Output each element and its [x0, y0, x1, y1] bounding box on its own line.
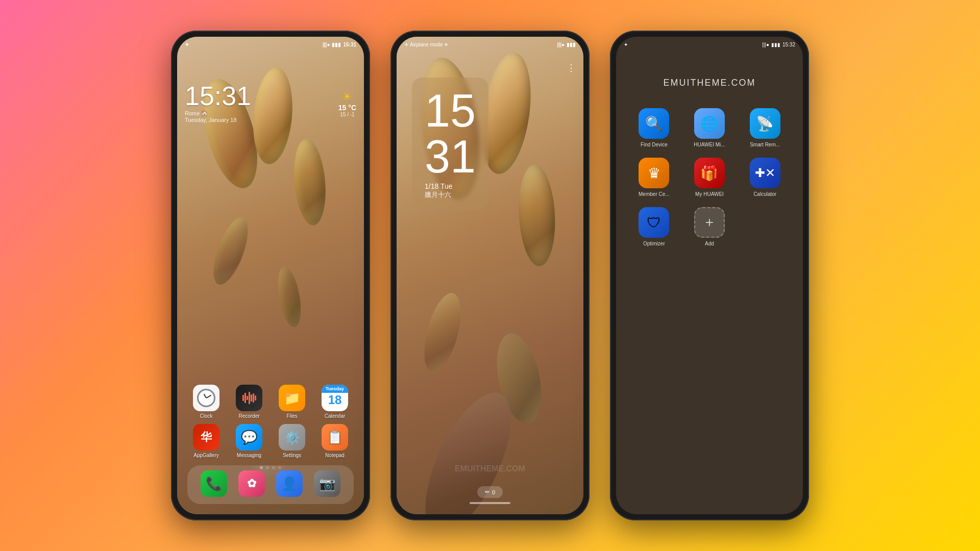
phone3-row-2: ♛ Member Ce... 🎁 My HUAWEI ✚✕ Calculator — [626, 158, 793, 197]
app-settings[interactable]: ⚙️ Settings — [274, 424, 310, 458]
app-notepad[interactable]: 📋 Notepad — [317, 424, 353, 458]
app-clock[interactable]: Clock — [188, 385, 224, 419]
calculator-label: Calculator — [753, 191, 776, 197]
phone2-clock-hour: 15 — [425, 88, 476, 134]
phone2-status-bar: ✈ Airplane mode ✈ |||● ▮▮▮ — [397, 37, 583, 52]
smart-remote-label: Smart Rem... — [750, 142, 780, 147]
airplane-icon: ✈ — [404, 42, 408, 47]
add-icon: + — [694, 207, 725, 238]
calendar-icon: Tuesday 18 — [322, 385, 348, 411]
appgallery-icon: 华 — [193, 424, 219, 450]
messaging-label: Messaging — [237, 453, 261, 458]
optimizer-icon: 🛡 — [639, 207, 669, 238]
app-huawei-mi[interactable]: 🌐 HUAWEI Mi... — [687, 108, 732, 147]
phone3-status-left: ✦ — [624, 42, 628, 47]
phone3-signal: |||● — [762, 42, 769, 47]
phone3-row-1: 🔍 Find Device 🌐 HUAWEI Mi... 📡 Smart Rem… — [626, 108, 793, 147]
calculator-icon: ✚✕ — [750, 158, 780, 188]
home-bar — [470, 502, 510, 504]
phone1-app-row-1: Clock Recorder — [185, 385, 356, 419]
phone1-status-left: ✦ — [185, 42, 189, 47]
phone1-clock-time: 15:31 — [185, 83, 251, 109]
messaging-icon: 💬 — [236, 424, 262, 450]
phone-1: ✦ |||● ▮▮▮ 15:31 15:31 Rome 🏠 Tuesday, J… — [171, 31, 370, 520]
huawei-mi-icon: 🌐 — [694, 108, 725, 139]
phone1-clock-location: Rome 🏠 — [185, 110, 251, 117]
phone1-signal-icon: |||● — [323, 42, 330, 47]
phone1-dock: 📞 ✿ 👤 📷 — [187, 465, 354, 504]
phone2-clock-minute: 31 — [425, 134, 476, 180]
sun-icon: ☀ — [338, 90, 356, 104]
settings-icon: ⚙️ — [279, 424, 305, 450]
phone3-time: 15:32 — [782, 42, 795, 47]
app-member-ce[interactable]: ♛ Member Ce... — [631, 158, 677, 197]
app-calculator[interactable]: ✚✕ Calculator — [742, 158, 788, 197]
shortcut-icon: ✏ — [485, 489, 489, 495]
app-appgallery[interactable]: 华 AppGallery — [188, 424, 224, 458]
recorder-label: Recorder — [238, 413, 259, 419]
files-icon: 📁 — [279, 385, 305, 411]
phone3-screen: ✦ |||● ▮▮▮ 15:32 EMUITHEME.COM 🔍 Find De… — [616, 37, 803, 514]
airplane-mode-indicator: ✈ Airplane mode ✈ — [404, 42, 448, 47]
notepad-icon: 📋 — [322, 424, 348, 450]
phone2-watermark: EMUITHEME.COM — [397, 464, 583, 473]
phone2-battery: ▮▮▮ — [567, 42, 576, 47]
settings-label: Settings — [283, 453, 301, 458]
phone3-brand-title: EMUITHEME.COM — [616, 78, 803, 88]
phone1-app-grid: Clock Recorder — [177, 385, 364, 463]
phone-2: ✈ Airplane mode ✈ |||● ▮▮▮ ⋮ 15 31 1/18 … — [390, 31, 590, 520]
app-add[interactable]: + Add — [687, 207, 732, 246]
phone2-signal: |||● — [557, 42, 565, 47]
phone1-app-row-2: 华 AppGallery 💬 Messaging ⚙️ Settings — [185, 424, 356, 458]
appgallery-label: AppGallery — [193, 453, 218, 458]
phone1-clock-widget[interactable]: 15:31 Rome 🏠 Tuesday, January 18 — [185, 83, 251, 123]
member-label: Member Ce... — [639, 191, 670, 197]
app-files[interactable]: 📁 Files — [274, 385, 310, 419]
phone2-big-clock: 15 31 1/18 Tue 臘月十六 — [412, 78, 488, 210]
app-calendar[interactable]: Tuesday 18 Calendar — [317, 385, 353, 419]
phone1-screen: ✦ |||● ▮▮▮ 15:31 15:31 Rome 🏠 Tuesday, J… — [177, 37, 364, 514]
dock-petal[interactable]: ✿ — [234, 470, 270, 499]
dock-contacts[interactable]: 👤 — [272, 470, 307, 499]
optimizer-label: Optimizer — [643, 241, 665, 246]
app-optimizer[interactable]: 🛡 Optimizer — [631, 207, 677, 246]
find-device-label: Find Device — [641, 142, 668, 147]
find-device-icon: 🔍 — [639, 108, 669, 139]
notepad-label: Notepad — [325, 453, 345, 458]
phone-icon: 📞 — [201, 470, 227, 497]
phone1-weather-range: 15 / -1 — [338, 112, 356, 117]
petal-icon: ✿ — [238, 470, 265, 497]
phone2-bottom: ✏ 0 — [397, 486, 583, 504]
airplane-text: Airplane mode ✈ — [410, 42, 448, 47]
phone3-app-folder: 🔍 Find Device 🌐 HUAWEI Mi... 📡 Smart Rem… — [626, 108, 793, 257]
dock-phone[interactable]: 📞 — [196, 470, 232, 499]
phone1-battery-icon: ▮▮▮ — [332, 42, 341, 47]
app-messaging[interactable]: 💬 Messaging — [231, 424, 267, 458]
contacts-icon: 👤 — [276, 470, 303, 497]
phone3-battery: ▮▮▮ — [771, 42, 780, 47]
phone2-screen: ✈ Airplane mode ✈ |||● ▮▮▮ ⋮ 15 31 1/18 … — [397, 37, 583, 514]
smart-remote-icon: 📡 — [750, 108, 780, 139]
phone1-clock-date: Tuesday, January 18 — [185, 117, 251, 123]
phone1-weather-temp: 15 °C — [338, 104, 356, 112]
files-label: Files — [286, 413, 297, 419]
shortcut-pill[interactable]: ✏ 0 — [477, 486, 503, 498]
more-options-button[interactable]: ⋮ — [567, 62, 576, 73]
phone1-status-bar: ✦ |||● ▮▮▮ 15:31 — [177, 37, 364, 52]
app-my-huawei[interactable]: 🎁 My HUAWEI — [687, 158, 732, 197]
app-recorder[interactable]: Recorder — [231, 385, 267, 419]
phone3-row-3: 🛡 Optimizer + Add — [626, 207, 793, 246]
shortcut-count: 0 — [492, 489, 495, 495]
dock-camera[interactable]: 📷 — [309, 470, 345, 499]
phone3-status-bar: ✦ |||● ▮▮▮ 15:32 — [616, 37, 803, 52]
my-huawei-icon: 🎁 — [694, 158, 725, 188]
my-huawei-label: My HUAWEI — [695, 191, 724, 197]
calendar-label: Calendar — [325, 413, 346, 419]
member-icon: ♛ — [639, 158, 669, 188]
phone1-weather-widget[interactable]: ☀ 15 °C 15 / -1 — [338, 90, 356, 117]
clock-icon — [193, 385, 219, 411]
app-smart-remote[interactable]: 📡 Smart Rem... — [742, 108, 788, 147]
huawei-mi-label: HUAWEI Mi... — [694, 142, 725, 147]
app-find-device[interactable]: 🔍 Find Device — [631, 108, 677, 147]
recorder-icon — [236, 385, 262, 411]
